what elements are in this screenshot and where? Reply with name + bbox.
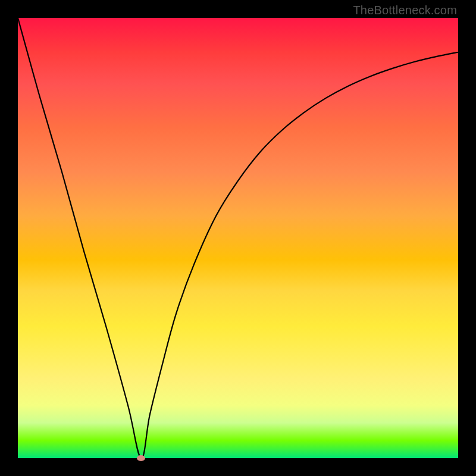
chart-container: TheBottleneck.com [0,0,476,476]
curve-svg [18,18,458,458]
watermark-text: TheBottleneck.com [353,4,457,17]
minimum-marker [137,455,145,461]
curve-path [18,18,458,458]
